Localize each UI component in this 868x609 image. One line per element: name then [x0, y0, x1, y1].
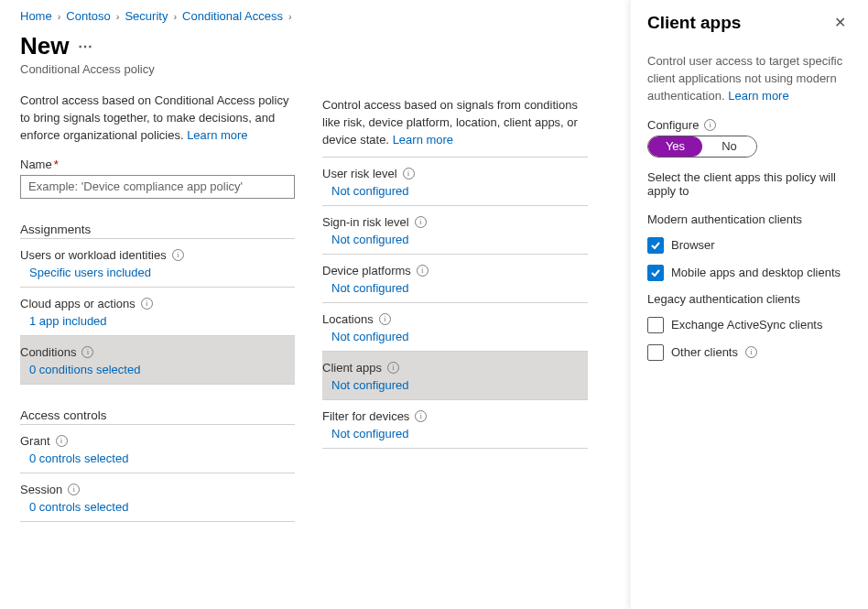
- flyout-help-text: Select the client apps this policy will …: [647, 170, 852, 198]
- learn-more-link[interactable]: Learn more: [393, 133, 453, 147]
- row-users[interactable]: Users or workload identities Specific us…: [20, 239, 295, 288]
- name-label: Name*: [20, 158, 295, 171]
- breadcrumb-contoso[interactable]: Contoso: [66, 9, 110, 23]
- checkbox-browser[interactable]: Browser: [647, 237, 852, 254]
- page-title: New ⋯: [20, 32, 295, 60]
- flyout-title: Client apps: [647, 13, 741, 33]
- row-client-apps[interactable]: Client apps Not configured: [322, 352, 588, 400]
- section-access-controls: Access controls: [20, 408, 295, 425]
- checkbox-box: [647, 317, 664, 333]
- info-icon[interactable]: [745, 346, 757, 358]
- more-icon[interactable]: ⋯: [78, 38, 93, 55]
- info-icon[interactable]: [417, 265, 429, 277]
- row-users-value[interactable]: Specific users included: [29, 266, 151, 279]
- chevron-right-icon: ›: [173, 11, 177, 22]
- breadcrumb-security[interactable]: Security: [125, 9, 168, 23]
- learn-more-link[interactable]: Learn more: [187, 128, 247, 142]
- info-icon[interactable]: [704, 119, 716, 131]
- info-icon[interactable]: [415, 410, 427, 422]
- row-signin-risk[interactable]: Sign-in risk level Not configured: [322, 206, 588, 255]
- chevron-right-icon: ›: [288, 11, 292, 22]
- configure-toggle[interactable]: Yes No: [647, 136, 757, 158]
- conditions-description: Control access based on signals from con…: [322, 97, 588, 158]
- checkbox-other-clients[interactable]: Other clients: [647, 344, 852, 361]
- checkmark-icon: [647, 265, 664, 281]
- breadcrumb-conditional-access[interactable]: Conditional Access: [182, 9, 283, 23]
- info-icon[interactable]: [68, 484, 80, 495]
- row-grant-value[interactable]: 0 controls selected: [29, 451, 128, 465]
- info-icon[interactable]: [379, 313, 391, 325]
- info-icon[interactable]: [172, 249, 184, 261]
- section-assignments: Assignments: [20, 223, 295, 239]
- checkbox-box: [647, 344, 664, 361]
- checkmark-icon: [647, 237, 664, 254]
- row-cloud-value[interactable]: 1 app included: [29, 314, 107, 328]
- row-conditions-value[interactable]: 0 conditions selected: [29, 363, 140, 376]
- info-icon[interactable]: [415, 216, 427, 228]
- chevron-right-icon: ›: [116, 11, 120, 22]
- row-filter-devices[interactable]: Filter for devices Not configured: [322, 400, 588, 449]
- chevron-right-icon: ›: [58, 11, 61, 22]
- row-session[interactable]: Session 0 controls selected: [20, 473, 295, 522]
- info-icon[interactable]: [387, 362, 399, 374]
- configure-label: Configure: [647, 118, 852, 132]
- info-icon[interactable]: [141, 298, 153, 310]
- row-device-platforms[interactable]: Device platforms Not configured: [322, 255, 588, 303]
- checkbox-eas[interactable]: Exchange ActiveSync clients: [647, 317, 852, 333]
- learn-more-link[interactable]: Learn more: [728, 89, 788, 103]
- policy-description: Control access based on Conditional Acce…: [20, 92, 295, 145]
- row-conditions[interactable]: Conditions 0 conditions selected: [20, 336, 295, 385]
- flyout-description: Control user access to target specific c…: [647, 53, 852, 105]
- toggle-no-button[interactable]: No: [702, 136, 756, 157]
- row-user-risk[interactable]: User risk level Not configured: [322, 158, 588, 206]
- info-icon[interactable]: [81, 346, 93, 358]
- name-input[interactable]: [20, 175, 295, 199]
- flyout-client-apps: Client apps ✕ Control user access to tar…: [630, 0, 868, 609]
- row-locations[interactable]: Locations Not configured: [322, 303, 588, 352]
- toggle-yes-button[interactable]: Yes: [648, 136, 702, 157]
- row-grant[interactable]: Grant 0 controls selected: [20, 425, 295, 473]
- page-subtitle: Conditional Access policy: [20, 62, 295, 76]
- row-session-value[interactable]: 0 controls selected: [29, 500, 128, 514]
- checkbox-mobile-desktop[interactable]: Mobile apps and desktop clients: [647, 265, 852, 281]
- info-icon[interactable]: [403, 168, 415, 179]
- group-modern-label: Modern authentication clients: [647, 212, 852, 226]
- breadcrumb-home[interactable]: Home: [20, 9, 52, 23]
- close-icon[interactable]: ✕: [829, 15, 852, 31]
- group-legacy-label: Legacy authentication clients: [647, 292, 852, 306]
- row-cloud-apps[interactable]: Cloud apps or actions 1 app included: [20, 288, 295, 336]
- breadcrumb: Home › Contoso › Security › Conditional …: [20, 9, 295, 23]
- info-icon[interactable]: [56, 435, 68, 447]
